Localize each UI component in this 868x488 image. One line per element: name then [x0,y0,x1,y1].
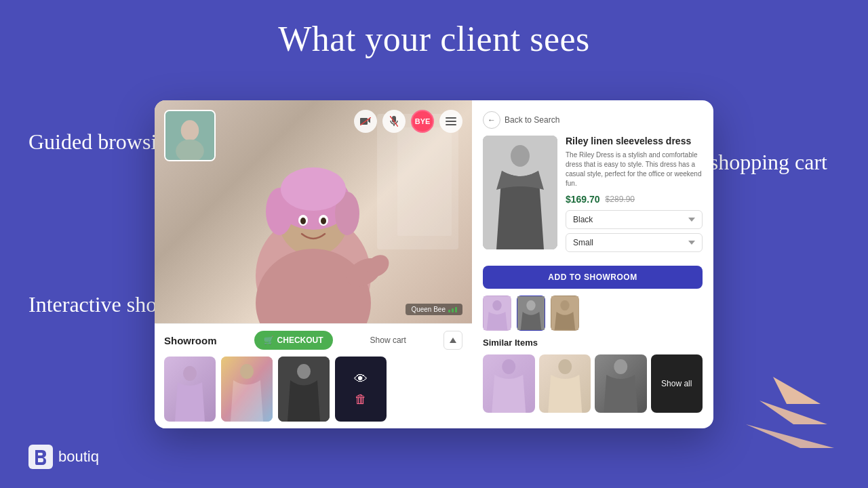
show-cart-link[interactable]: Show cart [370,336,406,345]
svg-point-38 [558,359,572,374]
video-controls: BYE [354,110,462,133]
svg-marker-42 [760,401,827,424]
menu-button[interactable] [439,110,462,133]
showroom-item[interactable] [221,357,273,422]
boutiq-icon [28,445,53,469]
svg-point-9 [300,218,306,224]
similar-item-1[interactable] [483,354,535,413]
back-link[interactable]: ← Back to Search [483,111,703,129]
showroom-strip: Showroom 🛒 CHECKOUT Show cart [155,323,472,428]
svg-point-37 [502,359,515,374]
back-arrow-icon: ← [483,111,500,129]
signal-bars [448,307,457,312]
svg-point-39 [614,359,627,374]
add-to-showroom-button[interactable]: ADD TO SHOWROOM [483,266,703,289]
similar-item-show-all[interactable]: Show all [651,354,703,413]
queen-bee-label: Queen Bee [406,304,462,315]
svg-point-26 [240,364,254,379]
svg-rect-21 [446,117,456,119]
eye-icon: 👁 [354,371,368,387]
right-panel: ← Back to Search Riley linen sleeveless … [472,100,713,428]
expand-button[interactable] [443,331,462,350]
product-section: Riley linen sleeveless dress The Riley D… [483,136,703,256]
mic-off-button[interactable] [382,110,406,133]
svg-point-34 [526,300,535,310]
price-original: $289.90 [606,195,635,204]
showroom-title: Showroom [164,335,217,346]
svg-marker-41 [773,377,821,404]
svg-point-24 [183,366,197,381]
showroom-item-active[interactable]: 👁 🗑 [335,357,387,422]
product-thumb-3[interactable] [551,296,579,331]
price-current: $169.70 [566,194,600,205]
similar-item-2[interactable] [539,354,591,413]
product-info: Riley linen sleeveless dress The Riley D… [566,136,703,256]
svg-point-6 [281,167,346,211]
product-thumbnail-row [483,296,703,331]
svg-point-32 [492,300,501,310]
showroom-header: Showroom 🛒 CHECKOUT Show cart [164,331,462,350]
thumbnail-video [164,110,216,161]
similar-items-title: Similar Items [483,338,703,348]
size-select[interactable]: Small Medium Large [566,233,703,252]
product-thumb-2[interactable] [517,296,545,331]
showroom-items: 👁 🗑 [164,357,462,422]
show-all-text: Show all [661,379,692,388]
left-panel: BYE Queen Bee [155,100,472,428]
product-main-image [483,136,557,249]
product-name: Riley linen sleeveless dress [566,136,703,146]
main-person-figure [198,140,429,323]
svg-point-15 [181,120,199,140]
similar-items-grid: Show all [483,354,703,413]
svg-rect-23 [446,124,456,125]
bye-button[interactable]: BYE [411,110,434,133]
svg-rect-22 [446,121,456,122]
color-select[interactable]: Black White Navy [566,210,703,229]
svg-point-28 [297,364,311,379]
cart-icon: 🛒 [264,336,274,345]
boutiq-logo: boutiq [28,445,99,469]
camera-off-button[interactable] [354,110,377,133]
price-row: $169.70 $289.90 [566,194,703,205]
back-text: Back to Search [505,115,559,125]
svg-point-30 [511,145,530,167]
svg-marker-43 [746,424,834,448]
showroom-item[interactable] [164,357,216,422]
product-thumb-1[interactable] [483,296,511,331]
decorative-triangles [732,363,854,474]
video-area: BYE Queen Bee [155,100,472,323]
svg-point-10 [321,218,326,224]
checkout-button[interactable]: 🛒 CHECKOUT [254,331,333,350]
main-ui-container: BYE Queen Bee [155,100,713,428]
trash-icon[interactable]: 🗑 [355,392,367,407]
showroom-item[interactable] [278,357,330,422]
boutiq-name: boutiq [58,448,99,466]
page-title: What your client sees [0,0,868,59]
product-description: The Riley Dress is a stylish and comfort… [566,150,703,188]
similar-item-3[interactable] [595,354,647,413]
svg-point-36 [560,300,569,310]
